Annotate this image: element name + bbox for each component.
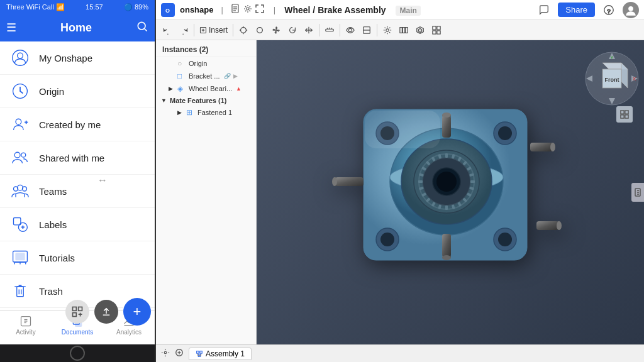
svg-rect-76 [433, 30, 436, 33]
expand-arrow-wheel[interactable]: ▶ [169, 85, 175, 92]
feature-settings-icon[interactable] [161, 348, 170, 359]
svg-rect-71 [406, 27, 408, 33]
origin-icon: ○ [177, 59, 186, 68]
svg-rect-75 [437, 26, 440, 29]
svg-point-9 [21, 153, 26, 157]
expand-arrow-fastened[interactable]: ▶ [177, 109, 184, 116]
cad-viewport[interactable]: {Array.from({length: 24}).map((_, i) => … [257, 40, 644, 344]
toolbar-separator-4 [340, 24, 340, 36]
move-icon[interactable] [269, 23, 284, 38]
nav-title: Home [60, 21, 92, 35]
document-title: Wheel / Brake Assembly Main [284, 5, 530, 15]
cube-front-label: Front [605, 77, 619, 83]
trash-icon [10, 281, 30, 301]
svg-rect-99 [470, 180, 475, 183]
sidebar-label-my-onshape: My Onshape [39, 53, 92, 63]
svg-point-86 [498, 233, 512, 246]
sidebar-item-tutorials[interactable]: Tutorials [0, 241, 155, 275]
home-button-area [0, 344, 155, 362]
insert-icon[interactable]: Insert [197, 23, 230, 38]
properties-icon [243, 4, 253, 16]
tab-activity-label: Activity [16, 329, 36, 336]
sidebar-item-labels[interactable]: Labels [0, 208, 155, 241]
settings-icon[interactable] [380, 23, 395, 38]
bracket-link-icon: 🔗 [224, 73, 231, 79]
sidebar-label-created-by-me: Created by me [39, 119, 101, 130]
hamburger-menu-icon[interactable]: ☰ [6, 21, 16, 35]
svg-rect-74 [433, 26, 436, 29]
view-icon[interactable] [343, 23, 358, 38]
wheel-warning-icon: ▲ [236, 85, 242, 92]
sidebar-item-created-by-me[interactable]: Created by me [0, 108, 155, 141]
svg-point-43 [247, 8, 249, 10]
fab-area: + [65, 298, 151, 326]
sidebar-item-shared-with-me[interactable]: Shared with me [0, 141, 155, 175]
toolbar-separator-2 [233, 24, 233, 36]
sidebar-label-recently-opened: Origin [39, 86, 64, 97]
rotate-icon[interactable] [285, 23, 300, 38]
measure-icon[interactable] [322, 23, 337, 38]
tree-header: Instances (2) [156, 40, 256, 57]
svg-rect-70 [402, 27, 405, 33]
topbar-tools [231, 4, 265, 16]
sidebar-list: My Onshape Origin [0, 41, 155, 310]
sidebar-item-teams[interactable]: Teams [0, 175, 155, 208]
user-avatar[interactable] [623, 2, 639, 18]
sidebar-label-tutorials: Tutorials [39, 253, 75, 263]
explode-icon[interactable] [429, 23, 444, 38]
sidebar-label-shared-with-me: Shared with me [39, 153, 104, 163]
view-cube[interactable]: Front Y X [584, 50, 634, 101]
circle-tool-icon[interactable] [252, 23, 267, 38]
section-icon[interactable] [359, 23, 374, 38]
tree-fastened[interactable]: ▶ ⊞ Fastened 1 [156, 106, 256, 119]
tree-origin[interactable]: ○ Origin [156, 57, 256, 70]
animation-icon[interactable] [396, 23, 411, 38]
phone-device: Three WiFi Call 📶 15:57 🔵 89% ☰ Home [0, 0, 156, 362]
feature-tree-panel: Instances (2) ○ Origin □ Bracket ... 🔗 ▶… [156, 40, 257, 344]
tree-mate-features[interactable]: ▼ Mate Features (1) [156, 95, 256, 106]
add-new-button[interactable]: + [123, 298, 151, 326]
tree-bracket[interactable]: □ Bracket ... 🔗 ▶ [156, 70, 256, 82]
home-circle-button[interactable] [70, 346, 85, 361]
upload-button[interactable] [94, 300, 118, 324]
display-options-button[interactable] [616, 106, 633, 123]
svg-point-8 [14, 152, 20, 158]
bracket-icon: □ [177, 72, 186, 80]
view-cube-svg: Front Y X [584, 50, 640, 107]
svg-point-65 [348, 28, 352, 31]
add-tab-icon[interactable] [175, 348, 184, 359]
svg-point-84 [380, 233, 394, 246]
new-space-button[interactable] [65, 300, 89, 324]
expand-arrow-mate[interactable]: ▼ [161, 97, 167, 104]
sidebar-item-recently-opened[interactable]: Origin [0, 75, 155, 108]
teams-icon [10, 181, 30, 201]
tab-activity[interactable]: Activity [7, 315, 45, 342]
wheel-hub-3d: {Array.from({length: 24}).map((_, i) => … [313, 65, 602, 319]
svg-point-51 [241, 27, 247, 33]
toolbar-separator-5 [377, 24, 377, 36]
svg-point-5 [16, 119, 21, 124]
main-content-area: Instances (2) ○ Origin □ Bracket ... 🔗 ▶… [156, 40, 644, 344]
transform-icon[interactable] [301, 23, 316, 38]
sidebar-item-my-onshape[interactable]: My Onshape [0, 41, 155, 75]
assembly-tab[interactable]: Assembly 1 [189, 348, 252, 360]
expand-icon[interactable] [255, 4, 265, 16]
share-button[interactable]: Share [558, 3, 595, 17]
comment-icon[interactable] [535, 1, 553, 19]
svg-point-121 [442, 112, 451, 118]
undo-icon[interactable] [160, 23, 175, 38]
wifi-icon: 📶 [56, 3, 65, 11]
status-bar: Three WiFi Call 📶 15:57 🔵 89% [0, 0, 155, 14]
redo-icon[interactable] [176, 23, 191, 38]
help-icon[interactable]: ? [600, 1, 618, 19]
right-panel-toggle[interactable] [631, 183, 644, 202]
search-nav-icon[interactable] [136, 20, 148, 36]
svg-rect-105 [445, 206, 448, 210]
tree-wheel-bearing[interactable]: ▶ ◈ Wheel Beari... ▲ [156, 82, 256, 95]
render-icon[interactable] [413, 23, 428, 38]
snap-icon[interactable] [236, 23, 251, 38]
plus-icon: + [133, 304, 142, 320]
tab-documents-label: Documents [62, 329, 94, 336]
cad-area: O onshape | [156, 0, 644, 362]
sidebar-label-labels: Labels [39, 219, 67, 230]
